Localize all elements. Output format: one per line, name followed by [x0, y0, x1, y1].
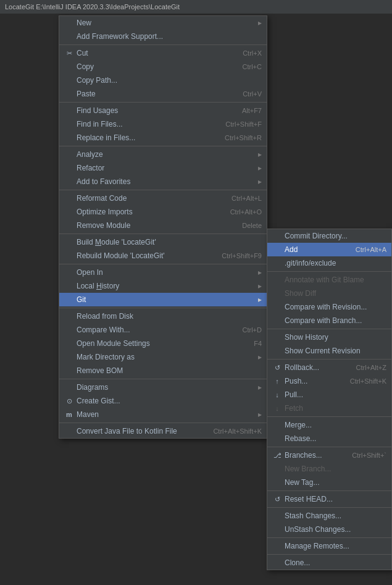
menu-item-diagrams[interactable]: Diagrams ▸ — [59, 381, 267, 394]
menu-item-new[interactable]: New ▸ — [59, 16, 267, 30]
menu-item-label: Compare with Branch... — [285, 316, 362, 325]
menu-item-commit-directory[interactable]: Commit Directory... — [267, 229, 391, 243]
menu-item-label: Manage Remotes... — [285, 542, 349, 550]
menu-item-label: UnStash Changes... — [285, 525, 351, 534]
menu-item-label: Remove BOM — [77, 366, 123, 375]
menu-item-find-usages[interactable]: Find Usages Alt+F7 — [59, 104, 267, 117]
menu-separator-git-4 — [267, 416, 391, 417]
menu-item-reformat-code[interactable]: Reformat Code Ctrl+Alt+L — [59, 191, 267, 205]
shortcut-label: Ctrl+Shift+F9 — [222, 252, 262, 259]
cut-icon: ✂ — [64, 49, 74, 57]
menu-item-label: Reload from Disk — [77, 312, 133, 321]
menu-item-remove-bom[interactable]: Remove BOM — [59, 364, 267, 377]
arrow-icon: ▸ — [258, 282, 262, 290]
menu-item-label: Fetch — [285, 404, 303, 413]
menu-item-label: Add to Favorites — [77, 177, 130, 186]
menu-item-push[interactable]: ↑ Push... Ctrl+Shift+K — [267, 374, 391, 388]
menu-item-paste[interactable]: Paste Ctrl+V — [59, 87, 267, 101]
menu-separator-git-6 — [267, 490, 391, 491]
shortcut-label: Alt+F7 — [242, 107, 262, 114]
menu-item-create-gist[interactable]: ⊙ Create Gist... — [59, 394, 267, 408]
menu-item-show-current-revision[interactable]: Show Current Revision — [267, 344, 391, 358]
menu-item-label: Show Current Revision — [285, 347, 361, 355]
shortcut-label: F4 — [254, 340, 262, 347]
menu-separator-3 — [59, 146, 267, 146]
menu-item-find-in-files[interactable]: Find in Files... Ctrl+Shift+F — [59, 117, 267, 131]
fetch-icon: ↓ — [272, 405, 282, 412]
arrow-icon: ▸ — [258, 150, 262, 159]
shortcut-label: Ctrl+X — [243, 49, 262, 57]
menu-item-merge[interactable]: Merge... — [267, 418, 391, 432]
menu-item-unstash-changes[interactable]: UnStash Changes... — [267, 523, 391, 536]
menu-item-label: .git/info/exclude — [285, 259, 336, 267]
shortcut-label: Ctrl+Alt+L — [231, 195, 262, 202]
shortcut-label: Ctrl+Alt+Z — [356, 364, 386, 371]
menu-item-label: Compare with Revision... — [285, 303, 367, 311]
menu-item-pull[interactable]: ↓ Pull... — [267, 388, 391, 402]
menu-item-cut[interactable]: ✂ Cut Ctrl+X — [59, 46, 267, 60]
menu-item-compare-with-branch[interactable]: Compare with Branch... — [267, 314, 391, 327]
menu-item-label: Maven — [77, 410, 99, 419]
menu-item-local-history[interactable]: Local History ▸ — [59, 279, 267, 293]
shortcut-label: Ctrl+Alt+Shift+K — [213, 427, 262, 435]
menu-item-optimize-imports[interactable]: Optimize Imports Ctrl+Alt+O — [59, 205, 267, 219]
menu-item-stash-changes[interactable]: Stash Changes... — [267, 509, 391, 523]
menu-item-label: Copy — [77, 62, 94, 71]
shortcut-label: Ctrl+C — [243, 63, 262, 70]
menu-item-show-history[interactable]: Show History — [267, 330, 391, 344]
menu-item-label: Create Gist... — [77, 397, 120, 405]
menu-item-label: Paste — [77, 90, 96, 98]
menu-item-rollback[interactable]: ↺ Rollback... Ctrl+Alt+Z — [267, 361, 391, 374]
rollback-icon: ↺ — [272, 364, 282, 372]
menu-item-reload-from-disk[interactable]: Reload from Disk — [59, 309, 267, 323]
menu-item-add[interactable]: Add Ctrl+Alt+A — [267, 243, 391, 256]
menu-item-new-tag[interactable]: New Tag... — [267, 476, 391, 489]
menu-item-add-framework[interactable]: Add Framework Support... — [59, 30, 267, 43]
menu-item-gitinfo-exclude[interactable]: .git/info/exclude — [267, 256, 391, 270]
menu-item-rebase[interactable]: Rebase... — [267, 432, 391, 445]
title-bar-text: LocateGit E:\IntelliJ IDEA 2020.3.3\Idea… — [5, 3, 180, 11]
menu-item-git[interactable]: Git ▸ — [59, 293, 267, 306]
menu-separator-5 — [59, 234, 267, 234]
shortcut-label: Delete — [242, 222, 262, 229]
menu-item-compare-with-revision[interactable]: Compare with Revision... — [267, 300, 391, 314]
menu-item-label: Pull... — [285, 390, 303, 399]
menu-item-refactor[interactable]: Refactor ▸ — [59, 161, 267, 175]
menu-item-label: New Branch... — [285, 465, 331, 473]
menu-item-mark-directory[interactable]: Mark Directory as ▸ — [59, 350, 267, 364]
menu-item-remove-module[interactable]: Remove Module Delete — [59, 219, 267, 232]
menu-item-rebuild-module[interactable]: Rebuild Module 'LocateGit' Ctrl+Shift+F9 — [59, 249, 267, 263]
menu-item-clone[interactable]: Clone... — [267, 556, 391, 570]
shortcut-label: Ctrl+Shift+K — [350, 377, 386, 385]
menu-item-label: Rebase... — [285, 434, 316, 443]
arrow-icon: ▸ — [258, 268, 262, 277]
menu-item-open-module-settings[interactable]: Open Module Settings F4 — [59, 337, 267, 350]
menu-item-reset-head[interactable]: ↺ Reset HEAD... — [267, 492, 391, 506]
menu-item-compare-with[interactable]: Compare With... Ctrl+D — [59, 323, 267, 337]
shortcut-label: Ctrl+Shift+` — [352, 452, 386, 459]
menu-item-label: Annotate with Git Blame — [285, 276, 364, 284]
menu-item-label: Build Module 'LocateGit' — [77, 238, 156, 246]
menu-item-label: Rebuild Module 'LocateGit' — [77, 251, 165, 260]
branches-icon: ⎇ — [272, 452, 282, 460]
menu-item-copy[interactable]: Copy Ctrl+C — [59, 60, 267, 74]
menu-item-build-module[interactable]: Build Module 'LocateGit' — [59, 235, 267, 249]
menu-item-label: Find Usages — [77, 106, 118, 115]
menu-separator-git-5 — [267, 447, 391, 447]
menu-item-add-favorites[interactable]: Add to Favorites ▸ — [59, 175, 267, 188]
menu-item-label: Push... — [285, 377, 307, 385]
menu-item-manage-remotes[interactable]: Manage Remotes... — [267, 539, 391, 553]
menu-item-open-in[interactable]: Open In ▸ — [59, 266, 267, 279]
menu-item-branches[interactable]: ⎇ Branches... Ctrl+Shift+` — [267, 448, 391, 462]
menu-item-convert-java[interactable]: Convert Java File to Kotlin File Ctrl+Al… — [59, 424, 267, 438]
arrow-icon: ▸ — [258, 177, 262, 186]
menu-item-label: Optimize Imports — [77, 208, 133, 216]
menu-item-copy-path[interactable]: Copy Path... — [59, 74, 267, 87]
menu-separator-2 — [59, 102, 267, 103]
menu-item-annotate: Annotate with Git Blame — [267, 273, 391, 287]
menu-item-replace-in-files[interactable]: Replace in Files... Ctrl+Shift+R — [59, 131, 267, 145]
menu-item-label: Commit Directory... — [285, 232, 348, 240]
menu-item-maven[interactable]: m Maven ▸ — [59, 408, 267, 421]
menu-item-analyze[interactable]: Analyze ▸ — [59, 148, 267, 161]
menu-item-label: Stash Changes... — [285, 511, 341, 520]
